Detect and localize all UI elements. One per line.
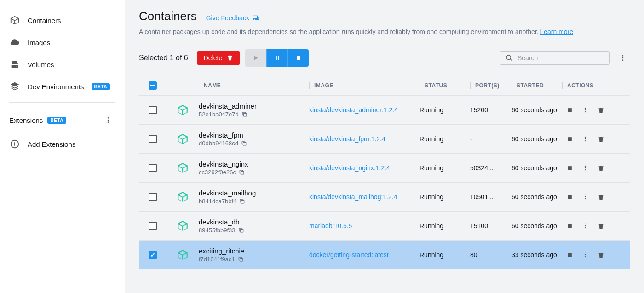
cell-image[interactable]: mariadb:10.5.5 <box>309 222 420 230</box>
copy-icon[interactable] <box>239 198 245 204</box>
cell-started: 60 seconds ago <box>512 135 562 143</box>
svg-point-32 <box>585 225 586 226</box>
search-box[interactable] <box>500 51 610 65</box>
svg-point-12 <box>585 109 586 110</box>
select-all-checkbox[interactable] <box>149 81 157 90</box>
container-id: b841dca7bbf4 <box>199 198 236 205</box>
cell-name: devkinsta_fpmd0dbb94168cd <box>199 131 309 147</box>
copy-icon[interactable] <box>241 140 247 146</box>
copy-icon[interactable] <box>242 111 247 117</box>
svg-rect-14 <box>243 142 246 145</box>
cell-ports[interactable]: 10501,... <box>470 193 512 201</box>
table-row[interactable]: devkinsta_db89455fbb9f33mariadb:10.5.5Ru… <box>139 211 630 240</box>
row-stop-button[interactable] <box>567 136 573 142</box>
cell-ports[interactable]: 15200 <box>470 106 512 114</box>
cell-status: Running <box>420 222 470 230</box>
cell-ports[interactable]: - <box>470 135 512 143</box>
beta-badge: BETA <box>92 83 110 90</box>
container-name[interactable]: devkinsta_nginx <box>199 160 309 168</box>
svg-point-6 <box>622 55 624 57</box>
copy-icon[interactable] <box>238 227 244 233</box>
row-delete-button[interactable] <box>598 165 604 172</box>
svg-rect-10 <box>568 108 572 112</box>
col-started[interactable]: STARTED <box>512 82 562 89</box>
row-delete-button[interactable] <box>598 136 604 143</box>
pause-button[interactable] <box>266 49 288 67</box>
sidebar-item-add-extensions[interactable]: Add Extensions <box>0 133 125 155</box>
row-more-button[interactable] <box>582 165 588 171</box>
search-input[interactable] <box>518 54 604 62</box>
container-name[interactable]: devkinsta_fpm <box>199 131 309 139</box>
cell-ports[interactable]: 50324,... <box>470 164 512 172</box>
cell-actions <box>562 223 622 230</box>
toolbar-more-icon[interactable] <box>615 51 630 65</box>
row-stop-button[interactable] <box>567 252 573 258</box>
container-name[interactable]: exciting_ritchie <box>199 247 309 255</box>
container-name[interactable]: devkinsta_mailhog <box>199 189 309 197</box>
sidebar-item-dev-environments[interactable]: Dev Environments BETA <box>0 75 125 98</box>
cell-started: 60 seconds ago <box>512 106 562 114</box>
table-row[interactable]: exciting_ritchief7d1641f9ac1docker/getti… <box>139 240 630 269</box>
plus-circle-icon <box>9 138 20 149</box>
svg-point-11 <box>585 108 586 109</box>
row-checkbox[interactable] <box>149 251 157 259</box>
row-delete-button[interactable] <box>598 223 604 230</box>
row-checkbox[interactable] <box>149 222 157 230</box>
copy-icon[interactable] <box>238 256 244 262</box>
cell-ports[interactable]: 15100 <box>470 222 512 230</box>
learn-more-link[interactable]: Learn more <box>540 28 573 35</box>
sidebar-item-label: Dev Environments <box>28 83 84 91</box>
row-more-button[interactable] <box>582 252 588 258</box>
sidebar-item-images[interactable]: Images <box>0 31 125 53</box>
sidebar-divider <box>9 102 115 103</box>
row-checkbox[interactable] <box>149 106 157 114</box>
col-name[interactable]: NAME <box>199 82 309 89</box>
main-content: Containers Give Feedback A container pac… <box>125 0 644 293</box>
cell-name: devkinsta_mailhogb841dca7bbf4 <box>199 189 309 205</box>
container-name[interactable]: devkinsta_db <box>199 218 309 226</box>
cell-actions <box>562 165 622 172</box>
copy-icon[interactable] <box>239 169 245 175</box>
cell-status: Running <box>420 193 470 201</box>
cell-image[interactable]: kinsta/devkinsta_fpm:1.2.4 <box>309 135 420 143</box>
row-more-button[interactable] <box>582 107 588 113</box>
cell-image[interactable]: kinsta/devkinsta_nginx:1.2.4 <box>309 164 420 172</box>
col-status[interactable]: STATUS <box>420 82 470 89</box>
table-row[interactable]: devkinsta_fpmd0dbb94168cdkinsta/devkinst… <box>139 124 630 153</box>
svg-rect-30 <box>568 224 572 228</box>
more-vert-icon[interactable] <box>101 113 115 127</box>
row-stop-button[interactable] <box>567 165 573 171</box>
table-row[interactable]: devkinsta_adminer52e1ba047e7dkinsta/devk… <box>139 95 630 124</box>
row-delete-button[interactable] <box>598 107 604 114</box>
cell-image[interactable]: docker/getting-started:latest <box>309 251 420 259</box>
give-feedback-link[interactable]: Give Feedback <box>206 14 259 22</box>
table-row[interactable]: devkinsta_mailhogb841dca7bbf4kinsta/devk… <box>139 182 630 211</box>
delete-button[interactable]: Delete <box>197 51 240 65</box>
cell-image[interactable]: kinsta/devkinsta_adminer:1.2.4 <box>309 106 420 114</box>
col-image[interactable]: IMAGE <box>309 82 420 89</box>
col-ports[interactable]: PORT(S) <box>470 82 512 89</box>
row-stop-button[interactable] <box>567 194 573 200</box>
row-more-button[interactable] <box>582 223 588 229</box>
cell-ports[interactable]: 80 <box>470 251 512 259</box>
sidebar-item-volumes[interactable]: Volumes <box>0 53 125 75</box>
svg-rect-4 <box>297 56 300 60</box>
cell-image[interactable]: kinsta/devkinsta_mailhog:1.2.4 <box>309 193 420 201</box>
svg-rect-15 <box>568 137 572 141</box>
container-name[interactable]: devkinsta_adminer <box>199 102 309 110</box>
row-checkbox[interactable] <box>149 164 157 172</box>
row-stop-button[interactable] <box>567 107 573 113</box>
container-cube-icon <box>167 162 199 174</box>
svg-point-37 <box>585 254 586 255</box>
row-checkbox[interactable] <box>149 193 157 201</box>
row-checkbox[interactable] <box>149 135 157 143</box>
stop-button[interactable] <box>288 49 309 67</box>
row-more-button[interactable] <box>582 136 588 142</box>
containers-table: NAME IMAGE STATUS PORT(S) STARTED ACTION… <box>139 76 630 269</box>
row-delete-button[interactable] <box>598 252 604 259</box>
row-delete-button[interactable] <box>598 194 604 201</box>
row-stop-button[interactable] <box>567 223 573 229</box>
sidebar-item-containers[interactable]: Containers <box>0 9 125 31</box>
row-more-button[interactable] <box>582 194 588 200</box>
table-row[interactable]: devkinsta_nginxcc3292f0e26ckinsta/devkin… <box>139 153 630 182</box>
